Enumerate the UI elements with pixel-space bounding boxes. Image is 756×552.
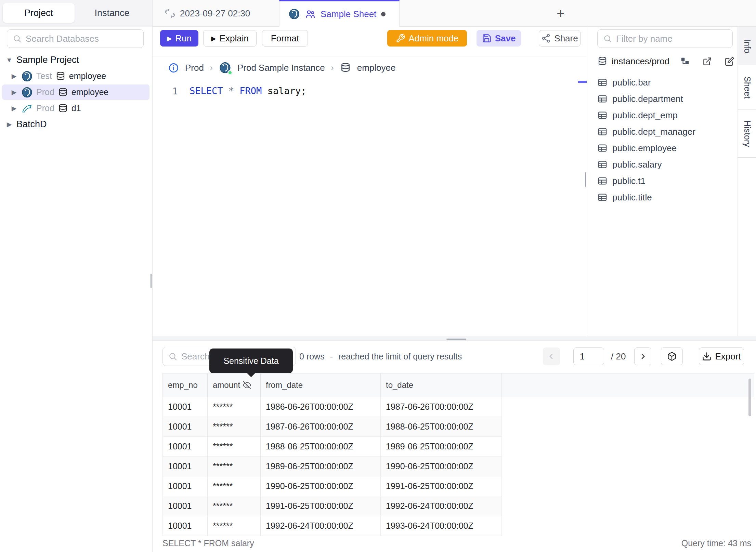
page-number-input[interactable]: 1 bbox=[573, 347, 604, 365]
table-item[interactable]: public.dept_manager bbox=[597, 123, 734, 140]
column-header-amount[interactable]: amount bbox=[208, 373, 261, 397]
tree-item-sample-project[interactable]: ▼ Sample Project bbox=[0, 52, 152, 68]
table-row[interactable]: 10001******1991-06-25T00:00:00Z1992-06-2… bbox=[162, 496, 502, 516]
resource-path: instances/prod bbox=[612, 56, 669, 67]
side-tab-history[interactable]: History bbox=[738, 110, 756, 158]
wrench-icon bbox=[396, 34, 405, 43]
unlink-icon bbox=[165, 8, 175, 18]
search-icon bbox=[603, 34, 612, 43]
instance-online-dot bbox=[227, 70, 233, 75]
tree-item-prod-employee[interactable]: ▶ Prod employee bbox=[0, 84, 152, 100]
chevron-right-icon bbox=[638, 352, 647, 361]
box-icon bbox=[667, 352, 677, 361]
database-search-input[interactable]: Search Databases bbox=[7, 29, 144, 48]
schema-diagram-icon[interactable] bbox=[680, 57, 690, 66]
filter-placeholder: Filter by name bbox=[616, 34, 673, 44]
table-item[interactable]: public.salary bbox=[597, 156, 734, 173]
table-item[interactable]: public.t1 bbox=[597, 173, 734, 189]
table-item[interactable]: public.department bbox=[597, 91, 734, 107]
left-sidebar: Project Instance Search Databases ▼ Samp… bbox=[0, 0, 152, 552]
table-row[interactable]: 10001******1986-06-26T00:00:00Z1987-06-2… bbox=[162, 397, 502, 417]
external-link-icon[interactable] bbox=[703, 57, 712, 66]
sql-editor[interactable]: 1 SELECT * FROM salary; bbox=[153, 79, 587, 340]
tab-unsaved-query[interactable]: 2023-09-27 02:30 bbox=[156, 0, 276, 27]
filter-input[interactable]: Filter by name bbox=[597, 29, 733, 48]
column-header-from-date[interactable]: from_date bbox=[261, 373, 381, 397]
schema-panel: Filter by name instances/prod public.bar… bbox=[587, 27, 738, 340]
database-icon bbox=[58, 87, 68, 97]
editor-tab-bar: 2023-09-27 02:30 Sample Sheet + T bbox=[153, 0, 756, 27]
next-page-button[interactable] bbox=[634, 347, 651, 365]
new-tab-button[interactable]: + bbox=[552, 5, 569, 22]
database-icon bbox=[55, 71, 66, 81]
postgresql-icon bbox=[21, 70, 33, 82]
chevron-right-icon: › bbox=[331, 63, 334, 73]
database-icon bbox=[58, 103, 68, 114]
column-header-to-date[interactable]: to_date bbox=[381, 373, 502, 397]
result-view-button[interactable] bbox=[661, 347, 683, 365]
save-icon bbox=[482, 34, 492, 43]
tree-item-test-employee[interactable]: ▶ Test employee bbox=[0, 68, 152, 84]
breadcrumb: Prod › Prod Sample Instance › employee bbox=[153, 57, 587, 79]
query-time: Query time: 43 ms bbox=[681, 538, 751, 548]
breadcrumb-environment[interactable]: Prod bbox=[185, 63, 204, 73]
chevron-right-icon: › bbox=[210, 63, 213, 73]
table-item[interactable]: public.bar bbox=[597, 74, 734, 91]
tab-sample-sheet[interactable]: Sample Sheet bbox=[279, 0, 400, 27]
share-button[interactable]: Share bbox=[539, 30, 581, 47]
table-row[interactable]: 10001******1988-06-25T00:00:00Z1989-06-2… bbox=[162, 437, 502, 457]
postgresql-icon bbox=[21, 87, 33, 98]
right-tab-strip: Info Sheet History bbox=[738, 27, 756, 340]
tree-item-prod-d1[interactable]: ▶ Prod d1 bbox=[0, 100, 152, 116]
table-item[interactable]: public.dept_emp bbox=[597, 107, 734, 123]
side-tab-info[interactable]: Info bbox=[738, 27, 756, 65]
tree-item-batchd[interactable]: ▶ BatchD bbox=[0, 116, 152, 132]
save-button[interactable]: Save bbox=[477, 30, 521, 47]
caret-right-icon[interactable]: ▶ bbox=[10, 104, 18, 112]
chevron-left-icon bbox=[547, 352, 556, 361]
run-button[interactable]: ▶ Run bbox=[160, 30, 198, 47]
rows-info: 0 rows - reached the limit of query resu… bbox=[299, 347, 462, 366]
page-total: / 20 bbox=[611, 347, 626, 365]
table-row[interactable]: 10001******1989-06-25T00:00:00Z1990-06-2… bbox=[162, 457, 502, 476]
eye-off-icon[interactable] bbox=[243, 381, 251, 389]
editor-toolbar: ▶ Run ▶ Explain Format Admin mode Save S… bbox=[153, 27, 587, 56]
unsaved-dot[interactable] bbox=[381, 12, 386, 16]
table-item[interactable]: public.title bbox=[597, 189, 734, 206]
table-row[interactable]: 10001******1987-06-26T00:00:00Z1988-06-2… bbox=[162, 417, 502, 437]
breadcrumb-database[interactable]: employee bbox=[357, 63, 396, 73]
caret-right-icon[interactable]: ▶ bbox=[10, 88, 18, 96]
prev-page-button[interactable] bbox=[543, 347, 560, 365]
side-tab-sheet[interactable]: Sheet bbox=[738, 65, 756, 110]
play-icon: ▶ bbox=[167, 35, 172, 42]
column-header-emp-no[interactable]: emp_no bbox=[163, 373, 208, 397]
executed-statement: SELECT * FROM salary bbox=[162, 538, 254, 548]
tab-instance[interactable]: Instance bbox=[75, 3, 149, 23]
results-panel: Search Sensitive Data 0 rows - reached t… bbox=[153, 340, 756, 552]
explain-button[interactable]: ▶ Explain bbox=[203, 30, 257, 47]
format-button[interactable]: Format bbox=[262, 30, 308, 47]
info-icon[interactable] bbox=[168, 63, 179, 73]
caret-down-icon[interactable]: ▼ bbox=[5, 56, 13, 64]
caret-right-icon[interactable]: ▶ bbox=[5, 120, 13, 128]
table-row[interactable]: 10001******1990-06-25T00:00:00Z1991-06-2… bbox=[162, 476, 502, 496]
resource-header: instances/prod bbox=[597, 53, 734, 69]
search-icon bbox=[168, 352, 177, 361]
database-icon bbox=[597, 56, 608, 66]
edit-icon[interactable] bbox=[725, 57, 734, 66]
table-item[interactable]: public.employee bbox=[597, 140, 734, 156]
table-row[interactable]: 10001******1992-06-24T00:00:00Z1993-06-2… bbox=[162, 516, 502, 536]
team-icon bbox=[305, 9, 316, 19]
admin-mode-button[interactable]: Admin mode bbox=[387, 30, 467, 47]
sensitive-data-tooltip: Sensitive Data bbox=[209, 349, 293, 373]
breadcrumb-instance[interactable]: Prod Sample Instance bbox=[237, 63, 325, 73]
caret-right-icon[interactable]: ▶ bbox=[10, 72, 18, 80]
line-number: 1 bbox=[172, 86, 178, 96]
table-list: public.bar public.department public.dept… bbox=[597, 74, 734, 206]
table-scrollbar[interactable] bbox=[748, 379, 751, 416]
sql-code-line[interactable]: SELECT * FROM salary; bbox=[190, 86, 306, 96]
column-header-filler bbox=[502, 373, 754, 397]
search-placeholder: Search Databases bbox=[26, 34, 99, 44]
tab-project[interactable]: Project bbox=[3, 3, 75, 23]
export-button[interactable]: Export bbox=[699, 347, 744, 365]
